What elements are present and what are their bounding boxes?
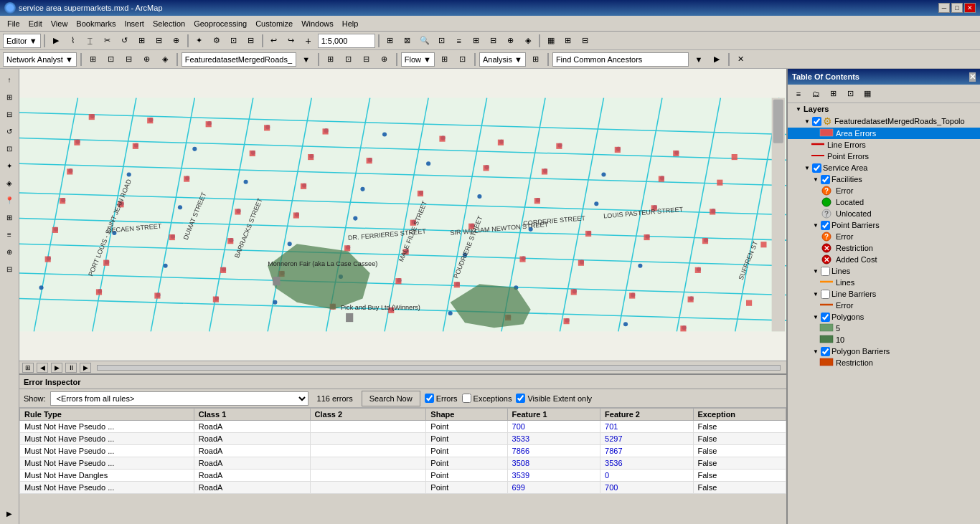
toc-poly-5[interactable]: 5 bbox=[788, 323, 980, 334]
find-ancestors-input[interactable] bbox=[552, 52, 689, 67]
polygons-check[interactable] bbox=[821, 313, 830, 322]
toc-facilities-error[interactable]: ? Error bbox=[788, 185, 980, 196]
rotate[interactable]: ↺ bbox=[117, 33, 133, 49]
toc-point-errors[interactable]: Point Errors bbox=[788, 151, 980, 162]
menu-file[interactable]: File bbox=[3, 18, 24, 29]
edit-vertices[interactable]: ⌇ bbox=[65, 33, 81, 49]
toc-poly-10[interactable]: 10 bbox=[788, 334, 980, 346]
toc-btn5[interactable]: ▦ bbox=[859, 86, 875, 102]
left-btn-4[interactable]: ↺ bbox=[1, 123, 17, 139]
left-btn-8[interactable]: 📍 bbox=[1, 192, 17, 208]
tool10[interactable]: ⚙ bbox=[209, 33, 225, 49]
minimize-button[interactable]: ─ bbox=[938, 3, 950, 13]
visible-extent-checkbox[interactable] bbox=[516, 394, 525, 403]
na-tool3[interactable]: ⊟ bbox=[121, 52, 137, 67]
table-row[interactable]: Must Not Have Pseudo ...RoadAPoint353352… bbox=[20, 433, 786, 445]
toc-featuredataset[interactable]: ▼ ⚙ FeaturedatasetMergedRoads_Topolo bbox=[788, 115, 980, 128]
errors-check-label[interactable]: Errors bbox=[425, 394, 458, 403]
toc-point-barriers[interactable]: ▼ Point Barriers bbox=[788, 219, 980, 231]
expand-lines[interactable]: ▼ bbox=[811, 266, 821, 276]
scale-combo[interactable]: 1:5,000 bbox=[318, 34, 375, 48]
exceptions-check-label[interactable]: Exceptions bbox=[462, 394, 512, 403]
toc-btn4[interactable]: ⊡ bbox=[842, 86, 858, 102]
tool27[interactable]: ⊟ bbox=[578, 33, 593, 49]
na-tool15[interactable]: ▶ bbox=[709, 52, 725, 67]
na-tool11[interactable]: ⊞ bbox=[437, 52, 453, 67]
toc-unlocated[interactable]: ? Unlocated bbox=[788, 208, 980, 219]
split[interactable]: ✂ bbox=[100, 33, 116, 49]
point-barriers-check[interactable] bbox=[821, 221, 830, 230]
table-row[interactable]: Must Not Have Pseudo ...RoadAPoint699700… bbox=[20, 482, 786, 494]
col-feature1[interactable]: Feature 1 bbox=[507, 409, 600, 421]
left-btn-2[interactable]: ⊞ bbox=[1, 89, 17, 105]
close-button[interactable]: ✕ bbox=[964, 3, 976, 13]
expand-featuredataset[interactable]: ▼ bbox=[802, 116, 812, 126]
table-row[interactable]: Must Not Have Pseudo ...RoadAPoint350835… bbox=[20, 457, 786, 470]
search-now-button[interactable]: Search Now bbox=[362, 391, 420, 406]
tool19[interactable]: ⊡ bbox=[434, 33, 450, 49]
col-exception[interactable]: Exception bbox=[693, 409, 786, 421]
tool17[interactable]: ⊠ bbox=[400, 33, 415, 49]
tool22[interactable]: ⊟ bbox=[486, 33, 501, 49]
col-feature2[interactable]: Feature 2 bbox=[600, 409, 693, 421]
na-tool1[interactable]: ⊞ bbox=[85, 52, 101, 67]
tool21[interactable]: ⊞ bbox=[468, 33, 484, 49]
network-analyst-dropdown[interactable]: Network Analyst ▼ bbox=[3, 52, 77, 67]
featuredataset-check[interactable] bbox=[812, 117, 821, 126]
col-shape[interactable]: Shape bbox=[426, 409, 507, 421]
reshape[interactable]: ⌶ bbox=[83, 33, 98, 49]
left-btn-6[interactable]: ✦ bbox=[1, 158, 17, 173]
left-btn-3[interactable]: ⊟ bbox=[1, 106, 17, 122]
left-btn-11[interactable]: ⊕ bbox=[1, 244, 17, 259]
na-tool10[interactable]: ⊕ bbox=[377, 52, 392, 67]
toc-lines[interactable]: ▼ Lines bbox=[788, 265, 980, 277]
toc-polygon-barriers[interactable]: ▼ Polygon Barriers bbox=[788, 346, 980, 357]
line-barriers-check[interactable] bbox=[821, 290, 830, 299]
menu-customize[interactable]: Customize bbox=[251, 18, 297, 29]
redo[interactable]: ↪ bbox=[283, 33, 299, 49]
menu-selection[interactable]: Selection bbox=[149, 18, 189, 29]
toc-located[interactable]: Located bbox=[788, 196, 980, 208]
tool12[interactable]: ⊟ bbox=[243, 33, 259, 49]
select-tool[interactable]: ▶ bbox=[48, 33, 64, 49]
error-filter-combo[interactable]: <Errors from all rules> bbox=[50, 391, 308, 406]
toc-service-area[interactable]: ▼ Service Area bbox=[788, 162, 980, 173]
toc-facilities[interactable]: ▼ Facilities bbox=[788, 173, 980, 185]
na-tool12[interactable]: ⊡ bbox=[455, 52, 471, 67]
na-tool16[interactable]: ✕ bbox=[733, 52, 749, 67]
na-tool9[interactable]: ⊟ bbox=[359, 52, 374, 67]
layer-combo[interactable] bbox=[182, 52, 296, 67]
pause-btn[interactable]: ⏸ bbox=[65, 363, 77, 373]
expand-polygon-barriers[interactable]: ▼ bbox=[811, 346, 821, 356]
menu-view[interactable]: View bbox=[47, 18, 72, 29]
polygon-barriers-check[interactable] bbox=[821, 347, 830, 356]
tool24[interactable]: ◈ bbox=[520, 33, 536, 49]
menu-geoprocessing[interactable]: Geoprocessing bbox=[189, 18, 251, 29]
na-tool6[interactable]: ▼ bbox=[298, 52, 314, 67]
tool7[interactable]: ⊟ bbox=[151, 33, 167, 49]
toc-lines-sub[interactable]: Lines bbox=[788, 277, 980, 288]
service-area-check[interactable] bbox=[812, 163, 821, 173]
toc-close[interactable]: ✕ bbox=[969, 72, 976, 82]
na-tool2[interactable]: ⊡ bbox=[103, 52, 119, 67]
left-btn-12[interactable]: ⊟ bbox=[1, 261, 17, 277]
toc-line-barriers[interactable]: ▼ Line Barriers bbox=[788, 288, 980, 300]
toc-pb-error[interactable]: ? Error bbox=[788, 231, 980, 242]
toc-scroll[interactable]: ▼ Layers ▼ ⚙ FeaturedatasetMergedRoads_T… bbox=[788, 103, 980, 524]
toc-pb-restriction[interactable]: Restriction bbox=[788, 357, 980, 368]
toc-polygons[interactable]: ▼ Polygons bbox=[788, 311, 980, 323]
zoom-prev-btn[interactable]: ◀ bbox=[37, 363, 48, 373]
expand-point-barriers[interactable]: ▼ bbox=[811, 220, 821, 230]
tool11[interactable]: ⊡ bbox=[226, 33, 242, 49]
map-view[interactable]: SIR WILLIAM NEWTON STREET CORDERIE STREE… bbox=[19, 69, 786, 361]
table-row[interactable]: Must Not Have DanglesRoadAPoint35390Fals… bbox=[20, 470, 786, 482]
expand-service-area[interactable]: ▼ bbox=[802, 163, 812, 173]
na-tool13[interactable]: ⊞ bbox=[528, 52, 544, 67]
tool6[interactable]: ⊞ bbox=[134, 33, 150, 49]
lines-check[interactable] bbox=[821, 267, 830, 276]
zoom-in[interactable]: + bbox=[301, 33, 316, 49]
table-row[interactable]: Must Not Have Pseudo ...RoadAPoint786678… bbox=[20, 445, 786, 457]
editor-dropdown[interactable]: Editor ▼ bbox=[3, 34, 41, 48]
expand-facilities[interactable]: ▼ bbox=[811, 174, 821, 184]
exceptions-checkbox[interactable] bbox=[462, 394, 471, 403]
